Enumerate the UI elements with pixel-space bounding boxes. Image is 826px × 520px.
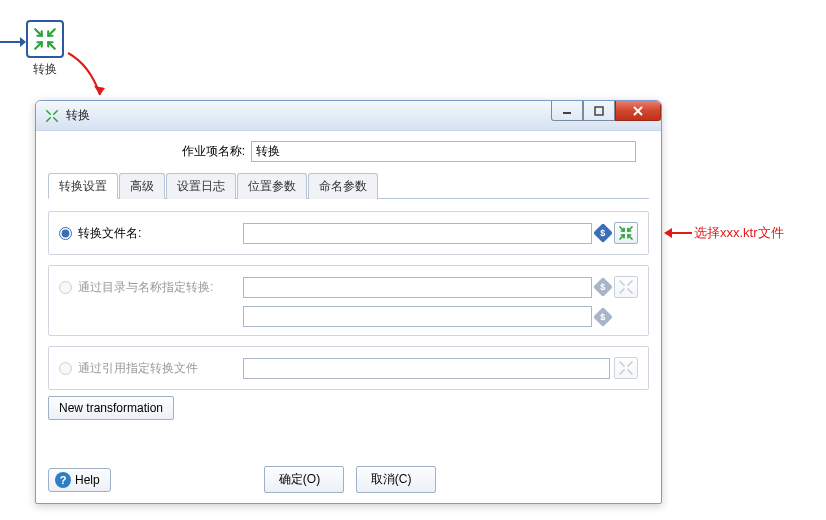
annotation-arrow-to-browse <box>664 225 692 244</box>
transformation-node-label: 转换 <box>26 61 64 78</box>
dialog-footer: ? Help 确定(O) 取消(C) <box>36 466 661 493</box>
dialog-title: 转换 <box>66 107 90 124</box>
titlebar: 转换 <box>36 101 661 131</box>
group-filename: 转换文件名: $ <box>48 211 649 255</box>
variable-icon-disabled-2: $ <box>593 307 613 327</box>
radio-reference[interactable] <box>59 362 72 375</box>
help-icon: ? <box>55 472 71 488</box>
browse-directory-button <box>614 276 638 298</box>
tab-transform-settings[interactable]: 转换设置 <box>48 173 118 199</box>
dialog-app-icon <box>44 108 60 124</box>
filename-input[interactable] <box>243 223 592 244</box>
dialog-body: 作业项名称: 转换设置 高级 设置日志 位置参数 命名参数 转换文件名: $ <box>36 131 661 434</box>
transformation-icon <box>26 20 64 58</box>
cancel-button[interactable]: 取消(C) <box>356 466 436 493</box>
directory-input <box>243 277 592 298</box>
help-button[interactable]: ? Help <box>48 468 111 492</box>
svg-marker-6 <box>664 228 672 238</box>
tab-panel-transform-settings: 转换文件名: $ <box>48 199 649 426</box>
tab-named-params[interactable]: 命名参数 <box>308 173 378 199</box>
job-name-input[interactable] <box>251 141 636 162</box>
close-button[interactable] <box>615 101 661 121</box>
variable-icon-disabled-1: $ <box>593 277 613 297</box>
annotation-arrow-to-dialog <box>60 45 120 108</box>
radio-filename-label: 转换文件名: <box>78 225 141 242</box>
radio-filename[interactable] <box>59 227 72 240</box>
svg-rect-4 <box>595 107 603 115</box>
group-reference: 通过引用指定转换文件 <box>48 346 649 390</box>
maximize-button[interactable] <box>583 101 615 121</box>
ok-button[interactable]: 确定(O) <box>264 466 344 493</box>
arrow-in-icon <box>0 35 26 51</box>
browse-reference-button <box>614 357 638 379</box>
window-controls <box>551 101 661 123</box>
new-transformation-button[interactable]: New transformation <box>48 396 174 420</box>
radio-reference-label: 通过引用指定转换文件 <box>78 360 198 377</box>
variable-icon[interactable]: $ <box>593 223 613 243</box>
tab-logging[interactable]: 设置日志 <box>166 173 236 199</box>
annotation-callout-text: 选择xxx.ktr文件 <box>694 224 784 242</box>
job-name-label: 作业项名称: <box>61 143 251 160</box>
name-input <box>243 306 592 327</box>
browse-ktr-button[interactable] <box>614 222 638 244</box>
tab-strip: 转换设置 高级 设置日志 位置参数 命名参数 <box>48 172 649 199</box>
svg-marker-2 <box>94 86 105 95</box>
transformation-dialog: 转换 作业项名称: 转换设置 高级 设置日志 位置参数 命名参数 <box>35 100 662 504</box>
transformation-node[interactable]: 转换 <box>26 20 64 78</box>
job-name-row: 作业项名称: <box>48 141 649 162</box>
group-directory: 通过目录与名称指定转换: $ <box>48 265 649 336</box>
radio-directory[interactable] <box>59 281 72 294</box>
tab-position-params[interactable]: 位置参数 <box>237 173 307 199</box>
minimize-button[interactable] <box>551 101 583 121</box>
tab-advanced[interactable]: 高级 <box>119 173 165 199</box>
reference-input <box>243 358 610 379</box>
radio-directory-label: 通过目录与名称指定转换: <box>78 279 213 296</box>
help-button-label: Help <box>75 473 100 487</box>
